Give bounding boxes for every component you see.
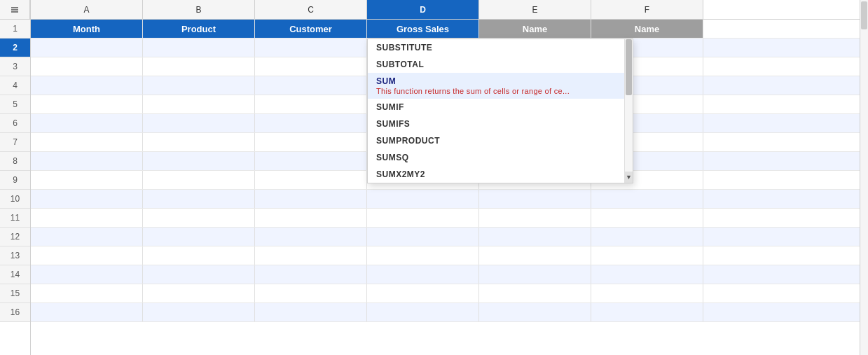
col-header-e[interactable]: E xyxy=(479,0,591,19)
autocomplete-item-sumifs[interactable]: SUMIFS xyxy=(368,116,624,132)
col-header-f[interactable]: F xyxy=(591,0,703,19)
autocomplete-item-substitute[interactable]: SUBSTITUTE xyxy=(368,39,624,56)
cell-c3[interactable] xyxy=(255,57,367,76)
cell-f10[interactable] xyxy=(591,190,703,208)
cell-e15[interactable] xyxy=(479,284,591,302)
cell-e10[interactable] xyxy=(479,190,591,208)
cell-a15[interactable] xyxy=(31,284,143,302)
cell-c8[interactable] xyxy=(255,152,367,170)
autocomplete-item-subtotal[interactable]: SUBTOTAL xyxy=(368,56,624,73)
cell-c14[interactable] xyxy=(255,265,367,284)
cell-d16[interactable] xyxy=(367,303,479,321)
autocomplete-item-sumsq[interactable]: SUMSQ xyxy=(368,149,624,166)
cell-c16[interactable] xyxy=(255,303,367,321)
cell-f15[interactable] xyxy=(591,284,703,302)
header-cell-c[interactable]: Customer xyxy=(255,20,367,38)
row-number-16[interactable]: 16 xyxy=(0,303,30,322)
cell-c4[interactable] xyxy=(255,76,367,95)
row-number-3[interactable]: 3 xyxy=(0,57,30,76)
cell-d13[interactable] xyxy=(367,246,479,265)
autocomplete-scrollbar-thumb[interactable] xyxy=(626,39,632,95)
cell-a13[interactable] xyxy=(31,246,143,265)
cell-b5[interactable] xyxy=(143,95,255,113)
row-number-1[interactable]: 1 xyxy=(0,20,30,39)
cell-f11[interactable] xyxy=(591,209,703,227)
cell-c6[interactable] xyxy=(255,114,367,132)
cell-a11[interactable] xyxy=(31,209,143,227)
header-cell-b[interactable]: Product xyxy=(143,20,255,38)
row-number-7[interactable]: 7 xyxy=(0,133,30,152)
header-cell-d[interactable]: Gross Sales xyxy=(367,20,479,38)
row-number-8[interactable]: 8 xyxy=(0,152,30,171)
cell-b6[interactable] xyxy=(143,114,255,132)
corner-cell[interactable] xyxy=(0,0,30,20)
autocomplete-item-sumproduct[interactable]: SUMPRODUCT xyxy=(368,132,624,149)
col-header-b[interactable]: B xyxy=(143,0,255,19)
cell-a9[interactable] xyxy=(31,171,143,189)
right-scrollbar[interactable] xyxy=(860,0,868,355)
cell-c5[interactable] xyxy=(255,95,367,113)
cell-d10[interactable] xyxy=(367,190,479,208)
row-number-12[interactable]: 12 xyxy=(0,228,30,246)
cell-a6[interactable] xyxy=(31,114,143,132)
cell-e16[interactable] xyxy=(479,303,591,321)
col-header-d[interactable]: D xyxy=(367,0,479,19)
cell-d12[interactable] xyxy=(367,228,479,246)
row-number-9[interactable]: 9 xyxy=(0,171,30,190)
cell-f14[interactable] xyxy=(591,265,703,284)
row-number-15[interactable]: 15 xyxy=(0,284,30,303)
cell-d11[interactable] xyxy=(367,209,479,227)
cell-c7[interactable] xyxy=(255,133,367,151)
cell-e13[interactable] xyxy=(479,246,591,265)
row-number-14[interactable]: 14 xyxy=(0,265,30,284)
autocomplete-scrollbar[interactable]: ▼ xyxy=(624,39,633,183)
cell-b10[interactable] xyxy=(143,190,255,208)
autocomplete-scrollbar-down[interactable]: ▼ xyxy=(625,172,633,183)
row-number-2[interactable]: 2 xyxy=(0,39,30,57)
cell-f16[interactable] xyxy=(591,303,703,321)
cell-d14[interactable] xyxy=(367,265,479,284)
cell-a5[interactable] xyxy=(31,95,143,113)
cell-b13[interactable] xyxy=(143,246,255,265)
cell-b15[interactable] xyxy=(143,284,255,302)
cell-a4[interactable] xyxy=(31,76,143,95)
cell-b3[interactable] xyxy=(143,57,255,76)
cell-f13[interactable] xyxy=(591,246,703,265)
col-header-a[interactable]: A xyxy=(31,0,143,19)
row-number-10[interactable]: 10 xyxy=(0,190,30,209)
cell-f12[interactable] xyxy=(591,228,703,246)
row-number-13[interactable]: 13 xyxy=(0,246,30,265)
cell-d15[interactable] xyxy=(367,284,479,302)
row-number-11[interactable]: 11 xyxy=(0,209,30,228)
cell-c11[interactable] xyxy=(255,209,367,227)
cell-a3[interactable] xyxy=(31,57,143,76)
cell-b11[interactable] xyxy=(143,209,255,227)
cell-e11[interactable] xyxy=(479,209,591,227)
cell-b14[interactable] xyxy=(143,265,255,284)
cell-a10[interactable] xyxy=(31,190,143,208)
cell-b7[interactable] xyxy=(143,133,255,151)
cell-a7[interactable] xyxy=(31,133,143,151)
cell-e14[interactable] xyxy=(479,265,591,284)
cell-a16[interactable] xyxy=(31,303,143,321)
autocomplete-item-sum[interactable]: SUMThis function returns the sum of cell… xyxy=(368,73,624,99)
cell-a14[interactable] xyxy=(31,265,143,284)
col-header-c[interactable]: C xyxy=(255,0,367,19)
scrollbar-thumb[interactable] xyxy=(861,1,867,29)
cell-e12[interactable] xyxy=(479,228,591,246)
autocomplete-item-sumif[interactable]: SUMIF xyxy=(368,99,624,116)
cell-a8[interactable] xyxy=(31,152,143,170)
row-number-4[interactable]: 4 xyxy=(0,76,30,95)
cell-b12[interactable] xyxy=(143,228,255,246)
cell-a12[interactable] xyxy=(31,228,143,246)
header-cell-f[interactable]: Name xyxy=(591,20,703,38)
cell-c15[interactable] xyxy=(255,284,367,302)
cell-c12[interactable] xyxy=(255,228,367,246)
cell-b9[interactable] xyxy=(143,171,255,189)
row-number-6[interactable]: 6 xyxy=(0,114,30,133)
cell-c9[interactable] xyxy=(255,171,367,189)
cell-c13[interactable] xyxy=(255,246,367,265)
cell-b8[interactable] xyxy=(143,152,255,170)
header-cell-e[interactable]: Name xyxy=(479,20,591,38)
cell-b4[interactable] xyxy=(143,76,255,95)
